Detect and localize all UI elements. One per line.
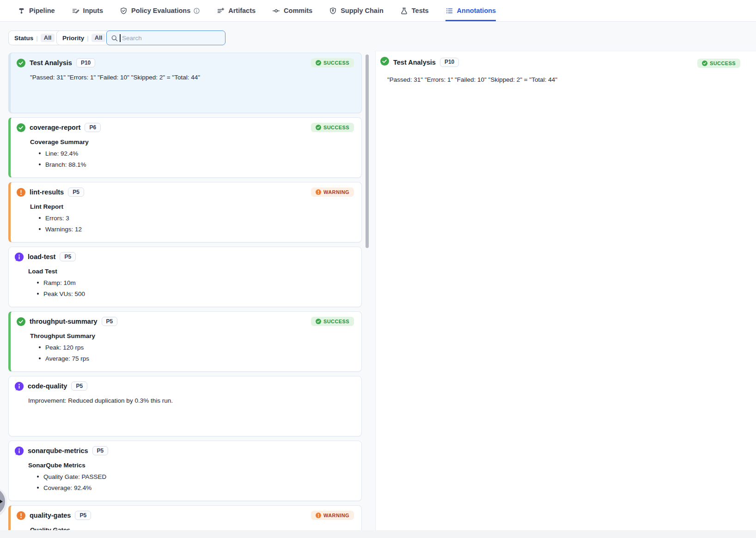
card-bullet-item: Warnings: 12 — [39, 226, 354, 233]
status-badge: WARNING — [311, 511, 354, 520]
detail-panel: Test Analysis P10 SUCCESS "Passed: 31" "… — [375, 51, 756, 530]
card-body-heading: Quality Gates — [30, 526, 354, 530]
tab-supply-chain[interactable]: Supply Chain — [329, 0, 384, 21]
priority-badge: P10 — [76, 58, 95, 67]
tab-pipeline[interactable]: Pipeline — [18, 0, 55, 21]
annotation-card-throughput-summary[interactable]: throughput-summaryP5SUCCESSThroughput Su… — [8, 311, 362, 372]
card-bullet-item: Peak: 120 rps — [39, 344, 354, 351]
card-bullet-list: Ramp: 10mPeak VUs: 500 — [28, 279, 354, 297]
card-header: code-qualityP5 — [15, 381, 354, 391]
card-body: Coverage SummaryLine: 92.4%Branch: 88.1% — [30, 139, 354, 168]
tab-label: Tests — [412, 7, 429, 14]
card-body: Lint ReportErrors: 3Warnings: 12 — [30, 203, 354, 233]
info-circle-icon — [15, 382, 24, 391]
pipeline-icon — [18, 7, 25, 15]
status-badge-label: SUCCESS — [323, 319, 349, 324]
card-body-text: Improvement: Reduced duplication by 0.3%… — [28, 397, 354, 404]
annotation-card-test-analysis[interactable]: Test AnalysisP10SUCCESS"Passed: 31" "Err… — [8, 53, 362, 113]
detail-status-badge: SUCCESS — [697, 59, 740, 68]
expand-arrow-icon — [0, 499, 3, 504]
card-bullet-list: Quality Gate: PASSEDCoverage: 92.4% — [28, 473, 354, 491]
check-circle-icon — [316, 125, 321, 130]
card-header: sonarqube-metricsP5 — [15, 446, 354, 455]
status-filter-value: All — [41, 34, 55, 42]
tab-label: Artifacts — [228, 7, 256, 14]
info-icon[interactable] — [193, 7, 200, 14]
card-body: SonarQube MetricsQuality Gate: PASSEDCov… — [28, 462, 354, 491]
card-body: Quality Gates — [30, 526, 354, 530]
card-bullet-list: Line: 92.4%Branch: 88.1% — [30, 150, 354, 168]
supply-chain-icon — [329, 7, 337, 15]
card-bullet-item: Errors: 3 — [39, 215, 354, 222]
card-body-text: "Passed: 31" "Errors: 1" "Failed: 10" "S… — [30, 74, 354, 81]
tab-inputs[interactable]: Inputs — [72, 0, 104, 21]
annotations-list: Test AnalysisP10SUCCESS"Passed: 31" "Err… — [8, 53, 362, 530]
tests-icon — [400, 7, 408, 15]
card-bullet-item: Peak VUs: 500 — [37, 290, 354, 297]
card-bullet-item: Branch: 88.1% — [39, 161, 354, 168]
card-body: "Passed: 31" "Errors: 1" "Failed: 10" "S… — [30, 74, 354, 81]
inputs-icon — [72, 7, 79, 15]
annotation-card-quality-gates[interactable]: quality-gatesP5WARNINGQuality Gates — [8, 505, 362, 530]
card-header: lint-resultsP5WARNING — [17, 187, 354, 197]
tab-annotations[interactable]: Annotations — [445, 0, 496, 21]
priority-badge: P5 — [92, 446, 109, 455]
priority-badge: P5 — [75, 511, 91, 520]
status-badge-label: WARNING — [323, 190, 349, 195]
tab-artifacts[interactable]: Artifacts — [217, 0, 256, 21]
tab-label: Pipeline — [29, 7, 55, 14]
status-filter-label: Status — [14, 35, 33, 42]
priority-filter-value: All — [91, 34, 106, 42]
nav-bar: PipelineInputsPolicy EvaluationsArtifact… — [0, 0, 756, 22]
card-body: Load TestRamp: 10mPeak VUs: 500 — [28, 268, 354, 297]
priority-badge: P5 — [71, 381, 87, 391]
annotation-card-coverage-report[interactable]: coverage-reportP6SUCCESSCoverage Summary… — [8, 117, 362, 178]
card-bullet-list: Errors: 3Warnings: 12 — [30, 215, 354, 233]
check-circle-icon — [17, 59, 25, 67]
priority-filter-label: Priority — [62, 35, 84, 42]
warning-circle-icon — [17, 188, 25, 197]
card-bullet-item: Quality Gate: PASSED — [37, 473, 354, 480]
policy-evaluations-icon — [120, 7, 128, 15]
detail-title: Test Analysis — [393, 59, 436, 66]
info-circle-icon — [15, 253, 24, 261]
card-body: Improvement: Reduced duplication by 0.3%… — [28, 397, 354, 404]
warning-circle-icon — [316, 189, 321, 195]
card-title: code-quality — [28, 382, 67, 390]
filter-divider: | — [87, 35, 89, 42]
check-circle-icon — [380, 57, 389, 67]
annotation-card-code-quality[interactable]: code-qualityP5Improvement: Reduced dupli… — [8, 376, 362, 436]
tab-commits[interactable]: Commits — [272, 0, 312, 21]
annotation-card-lint-results[interactable]: lint-resultsP5WARNINGLint ReportErrors: … — [8, 182, 362, 242]
card-bullet-item: Average: 75 rps — [39, 355, 354, 362]
check-circle-icon — [17, 123, 25, 132]
status-badge-label: SUCCESS — [323, 60, 349, 66]
check-circle-icon — [316, 319, 321, 324]
tab-label: Inputs — [83, 7, 104, 14]
search-input[interactable] — [107, 31, 225, 45]
card-header: Test AnalysisP10SUCCESS — [17, 58, 354, 67]
status-badge: SUCCESS — [311, 123, 354, 132]
card-body-heading: Coverage Summary — [30, 139, 354, 145]
tab-label: Policy Evaluations — [131, 7, 190, 14]
card-bullet-list: Peak: 120 rpsAverage: 75 rps — [30, 344, 354, 362]
tab-policy-evaluations[interactable]: Policy Evaluations — [120, 0, 200, 21]
card-body-heading: Lint Report — [30, 203, 354, 210]
card-header: load-testP5 — [15, 252, 354, 261]
annotation-card-sonarqube-metrics[interactable]: sonarqube-metricsP5SonarQube MetricsQual… — [8, 441, 362, 501]
tab-tests[interactable]: Tests — [400, 0, 429, 21]
warning-circle-icon — [17, 511, 25, 520]
list-scrollbar-thumb[interactable] — [366, 54, 369, 248]
warning-circle-icon — [316, 513, 321, 518]
card-header: throughput-summaryP5SUCCESS — [17, 317, 354, 326]
card-title: throughput-summary — [30, 318, 98, 325]
card-body-heading: SonarQube Metrics — [28, 462, 354, 469]
card-bullet-item: Line: 92.4% — [39, 150, 354, 157]
card-title: load-test — [28, 253, 55, 260]
card-title: quality-gates — [30, 512, 71, 519]
tab-label: Supply Chain — [341, 7, 384, 14]
check-circle-icon — [316, 60, 321, 66]
tab-label: Annotations — [457, 7, 496, 14]
annotation-card-load-test[interactable]: load-testP5Load TestRamp: 10mPeak VUs: 5… — [8, 247, 362, 307]
annotations-icon — [445, 7, 453, 15]
